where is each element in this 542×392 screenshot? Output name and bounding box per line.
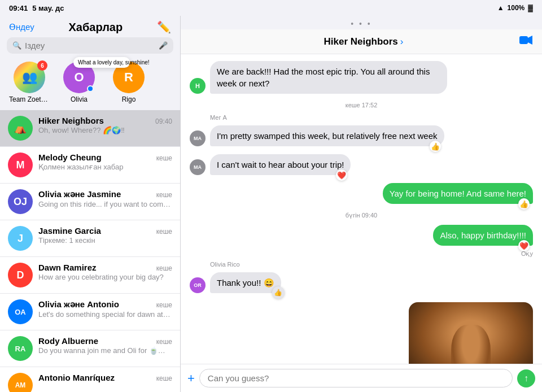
search-bar: 🔍 🎤: [7, 37, 173, 54]
msg-avatar-hiker: H: [190, 78, 206, 94]
pinned-item-olivia[interactable]: What a lovely day, sunshine! O Olivia: [59, 62, 99, 103]
msg-bubble-wrap-2: I'm pretty swamped this week, but relati…: [210, 125, 444, 146]
conv-item-dawn[interactable]: D Dawn Ramirez кеше How are you celebrat…: [0, 257, 180, 294]
conv-item-olivia-jasmine[interactable]: OJ Olivia және Jasmine кеше Going on thi…: [0, 184, 180, 220]
video-thumbnail[interactable]: [409, 302, 533, 364]
timestamp-1: кеше 17:52: [190, 102, 533, 108]
conv-content-rody: Rody Albuerne кеше Do you wanna join me …: [38, 336, 172, 355]
msg-status-5: Оқу: [190, 250, 533, 258]
conv-name-oj: Olivia және Jasmine: [38, 189, 121, 199]
msg-avatar-mega2: MA: [190, 159, 206, 175]
conv-avatar-rody: RA: [8, 336, 33, 361]
chat-title: Hiker Neighbors: [324, 36, 398, 47]
msg-bubble-2: I'm pretty swamped this week, but relati…: [210, 125, 444, 146]
main-layout: Өндеу Хабарлар ✏️ 🔍 🎤 👥 6 Team Zoetrope: [0, 16, 542, 392]
msg-avatar-olivia-rico: OR: [190, 277, 206, 293]
conv-name-dawn: Dawn Ramirez: [38, 263, 97, 272]
edit-button[interactable]: Өндеу: [9, 22, 34, 32]
time: 09:41: [9, 4, 28, 12]
right-panel: • • • Hiker Neighbors › H We are back!!!: [181, 16, 542, 392]
battery: 100%: [508, 4, 525, 12]
conv-avatar-antonio: AM: [8, 373, 33, 392]
conv-content-melody: Melody Cheung кеше Қолмен жазылған хабар: [38, 153, 172, 171]
conversation-list: ⛺ Hiker Neighbors 09:40 Oh, wow! Where??…: [0, 110, 180, 392]
pinned-item-team-zoetrope[interactable]: 👥 6 Team Zoetrope: [9, 62, 50, 103]
mic-icon[interactable]: 🎤: [159, 41, 168, 50]
date: 5 мау. дс: [32, 4, 64, 12]
video-call-button[interactable]: [519, 35, 533, 48]
battery-icon: ▓: [528, 4, 533, 12]
messages-title: Хабарлар: [34, 21, 157, 34]
conv-item-olivia-antonio[interactable]: OA Olivia және Antonio кеше Let's do som…: [0, 294, 180, 330]
pinned-item-rigo[interactable]: R Rigo: [108, 62, 149, 103]
conv-name-hiker: Hiker Neighbors: [38, 116, 104, 125]
pinned-name-olivia: Olivia: [71, 95, 88, 103]
reaction-thumbsup-2: 👍: [430, 141, 441, 152]
msg-row-7-video: [190, 302, 533, 364]
pinned-avatar-wrap-olivia: What a lovely day, sunshine! O: [63, 62, 95, 93]
chat-input-area: + ↑: [181, 364, 542, 392]
msg-row-1: H We are back!!! Had the most epic trip.…: [190, 61, 533, 94]
conv-avatar-oj: OJ: [8, 189, 33, 214]
conv-item-hiker-neighbors[interactable]: ⛺ Hiker Neighbors 09:40 Oh, wow! Where??…: [0, 110, 180, 147]
conv-name-antonio: Antonio Manríquez: [38, 373, 115, 382]
conv-item-antonio[interactable]: AM Antonio Manríquez кеше: [0, 367, 180, 392]
left-header: Өндеу Хабарлар ✏️: [0, 16, 180, 37]
chat-header: Hiker Neighbors ›: [181, 29, 542, 54]
wifi-icon: ▲: [497, 4, 504, 12]
conv-avatar-hiker: ⛺: [8, 116, 33, 141]
conv-time-oj: кеше: [156, 191, 172, 199]
msg-bubble-4: Yay for being home! And same here!: [383, 183, 533, 204]
chat-header-center[interactable]: Hiker Neighbors ›: [324, 36, 404, 47]
conv-item-rody[interactable]: RA Rody Albuerne кеше Do you wanna join …: [0, 330, 180, 367]
msg-row-4: Yay for being home! And same here! 👍: [190, 183, 533, 204]
status-bar-left: 09:41 5 мау. дс: [9, 4, 64, 12]
send-button[interactable]: ↑: [517, 369, 535, 387]
msg-sender-mega: Мег А: [210, 114, 533, 121]
pinned-avatar-wrap: 👥 6: [14, 62, 45, 93]
search-input[interactable]: [25, 41, 155, 50]
msg-row-2: MA I'm pretty swamped this week, but rel…: [190, 125, 533, 146]
chevron-right-icon: ›: [400, 36, 404, 47]
conv-avatar-melody: M: [8, 153, 33, 177]
conv-content-hiker: Hiker Neighbors 09:40 Oh, wow! Where?? 🌈…: [38, 116, 172, 134]
conv-preview-oa: Let's do something special for dawn at t…: [38, 310, 172, 319]
conv-preview-oj: Going on this ride... if you want to com…: [38, 200, 172, 208]
conv-preview-rody: Do you wanna join me and Oli for 🍵🐾🐧 bre…: [38, 346, 172, 355]
conv-content-dawn: Dawn Ramirez кеше How are you celebratin…: [38, 263, 172, 281]
msg-bubble-wrap-6: Thank you!! 😄 👍: [210, 272, 281, 293]
conv-item-jasmine[interactable]: J Jasmine Garcia кеше Тіркеме: 1 кескін: [0, 220, 180, 257]
conv-time-jasmine: кеше: [156, 228, 172, 236]
conv-content-oa: Olivia және Antonio кеше Let's do someth…: [38, 299, 172, 319]
search-icon: 🔍: [12, 41, 21, 50]
top-dots: • • •: [181, 16, 542, 29]
conv-name-jasmine: Jasmine Garcia: [38, 226, 101, 236]
conv-item-melody[interactable]: M Melody Cheung кеше Қолмен жазылған хаб…: [0, 147, 180, 184]
conv-content-jasmine: Jasmine Garcia кеше Тіркеме: 1 кескін: [38, 226, 172, 245]
pinned-name-team: Team Zoetrope: [9, 95, 50, 103]
status-bar-right: ▲ 100% ▓: [497, 4, 533, 12]
conv-time-rody: кеше: [156, 338, 172, 346]
pinned-name-rigo: Rigo: [122, 95, 136, 103]
conv-time-hiker: 09:40: [155, 117, 172, 125]
msg-bubble-wrap-5: Also, happy birthday!!!! ❤️: [433, 225, 533, 246]
conv-preview-jasmine: Тіркеме: 1 кескін: [38, 236, 172, 245]
conv-preview-dawn: How are you celebrating your big day?: [38, 273, 172, 281]
compose-button[interactable]: ✏️: [157, 20, 171, 34]
msg-row-3: MA I can't wait to hear about your trip!…: [190, 154, 533, 175]
video-person: [409, 302, 533, 364]
conv-avatar-oa: OA: [8, 299, 33, 324]
msg-avatar-mega: MA: [190, 130, 206, 146]
reaction-thumbsup-4: 👍: [518, 198, 530, 210]
msg-bubble-wrap-3: I can't wait to hear about your trip! ❤️: [210, 154, 351, 175]
svg-marker-1: [528, 36, 532, 45]
conv-name-melody: Melody Cheung: [38, 153, 102, 162]
conv-time-oa: кеше: [156, 301, 172, 309]
message-input[interactable]: [199, 369, 513, 387]
conv-avatar-jasmine: J: [8, 226, 33, 251]
add-attachment-button[interactable]: +: [187, 371, 195, 386]
conv-name-oa: Olivia және Antonio: [38, 299, 119, 310]
conv-content-oj: Olivia және Jasmine кеше Going on this r…: [38, 189, 172, 208]
msg-row-5: Also, happy birthday!!!! ❤️: [190, 225, 533, 246]
conv-preview-hiker: Oh, wow! Where?? 🌈🌍‼: [38, 126, 172, 134]
